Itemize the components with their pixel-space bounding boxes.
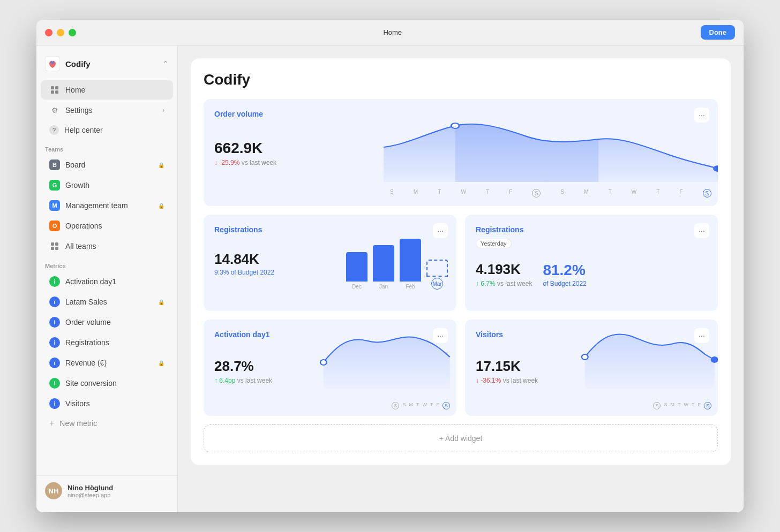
sidebar-item-management[interactable]: M Management team 🔒 [41, 196, 173, 215]
registrations-yesterday-value: 4.193K [476, 261, 532, 278]
settings-icon: ⚙ [49, 105, 60, 116]
revenue-metric-label: Revenue (€) [65, 359, 156, 367]
bar-chart: Dec Jan Feb [346, 225, 448, 290]
svg-rect-3 [51, 90, 54, 94]
latam-metric-icon: i [49, 297, 60, 307]
revenue-lock-icon: 🔒 [158, 360, 164, 366]
management-lock-icon: 🔒 [158, 203, 164, 209]
site-conversion-metric-icon: i [49, 378, 60, 389]
order-volume-widget: Order volume 662.9K ↓ -25.9% vs last wee… [204, 99, 718, 206]
svg-rect-1 [51, 86, 54, 89]
bar-mar: Mar [426, 260, 448, 290]
management-team-icon: M [49, 200, 60, 211]
svg-rect-7 [51, 247, 54, 250]
board-lock-icon: 🔒 [158, 162, 164, 168]
activation-metric-label: Activation day1 [65, 277, 164, 286]
brand-logo [45, 56, 60, 71]
order-volume-chart [384, 99, 718, 182]
svg-rect-8 [55, 247, 58, 250]
titlebar: Home Done [36, 20, 744, 45]
sidebar-item-home[interactable]: Home [41, 80, 173, 100]
app-window: Home Done Codify ⌃ [36, 20, 744, 512]
sidebar-metric-revenue[interactable]: i Revenue (€) 🔒 [41, 353, 173, 373]
all-teams-icon [49, 241, 60, 252]
sidebar-item-settings[interactable]: ⚙ Settings › [41, 101, 173, 120]
visitors-widget: Visitors 17.15K ↓ -36.1% vs last week ··… [465, 320, 718, 416]
sidebar-metric-activation[interactable]: i Activation day1 [41, 272, 173, 291]
sidebar-item-growth[interactable]: G Growth [41, 176, 173, 195]
registrations-yesterday-title: Registrations [476, 225, 707, 234]
svg-rect-2 [55, 86, 58, 89]
sidebar-metric-registrations[interactable]: i Registrations [41, 333, 173, 352]
registrations-yesterday-budget: of Budget 2022 [543, 280, 586, 287]
done-button[interactable]: Done [701, 25, 736, 40]
window-title: Home [85, 28, 701, 36]
registrations-yesterday-change: ↑ 6.7% vs last week [476, 280, 532, 287]
order-volume-metric-icon: i [49, 317, 60, 328]
visitors-xaxis: S S M T W T F S [465, 402, 718, 409]
operations-team-icon: O [49, 221, 60, 231]
board-team-icon: B [49, 159, 60, 170]
user-email: nino@steep.app [68, 492, 113, 498]
all-teams-label: All teams [65, 242, 164, 250]
registrations-yesterday-menu-button[interactable]: ··· [694, 223, 709, 238]
bottom-row: Activation day1 28.7% ↑ 6.4pp vs last we… [204, 320, 718, 416]
traffic-lights [45, 29, 76, 36]
registrations-metric-icon: i [49, 337, 60, 348]
sidebar-item-operations[interactable]: O Operations [41, 216, 173, 235]
user-info: Nino Höglund nino@steep.app [68, 484, 113, 498]
activation-xaxis: S S M T W T F S [204, 402, 456, 409]
sidebar-item-all-teams[interactable]: All teams [41, 237, 173, 256]
visitors-metric-label: Visitors [65, 399, 164, 408]
activation-chart [317, 320, 456, 389]
svg-rect-5 [51, 242, 54, 246]
new-metric-item[interactable]: + New metric [41, 414, 173, 432]
svg-point-12 [582, 354, 588, 360]
add-widget-button[interactable]: + Add widget [204, 424, 718, 452]
brand-selector[interactable]: Codify ⌃ [36, 52, 177, 75]
sidebar-metric-site-conversion[interactable]: i Site conversion [41, 374, 173, 393]
dashboard-card: Codify Order volume 662.9K ↓ -25.9% vs l… [191, 58, 731, 465]
bar-feb-bar [400, 239, 421, 282]
help-icon: ? [49, 125, 59, 135]
close-button[interactable] [45, 29, 52, 36]
growth-team-label: Growth [65, 181, 164, 189]
sidebar-metric-visitors[interactable]: i Visitors [41, 394, 173, 413]
growth-team-icon: G [49, 180, 60, 191]
yesterday-tag: Yesterday [476, 239, 512, 248]
sidebar-home-label: Home [65, 86, 164, 94]
sidebar-item-help[interactable]: ? Help center [41, 121, 173, 139]
management-team-label: Management team [65, 201, 156, 210]
sidebar-metric-latam[interactable]: i Latam Sales 🔒 [41, 292, 173, 311]
sidebar-metric-order-volume[interactable]: i Order volume [41, 313, 173, 332]
metrics-section-header: Metrics [36, 256, 177, 271]
revenue-metric-icon: i [49, 358, 60, 368]
main-content: Codify Order volume 662.9K ↓ -25.9% vs l… [178, 45, 744, 512]
registrations-metric-label: Registrations [65, 338, 164, 347]
board-team-label: Board [65, 161, 156, 169]
sidebar-item-board[interactable]: B Board 🔒 [41, 155, 173, 174]
brand-chevron-icon: ⌃ [162, 59, 169, 68]
bar-mar-bar [426, 260, 448, 277]
latam-metric-label: Latam Sales [65, 298, 156, 306]
registrations-bar-widget: Registrations 14.84K 9.3% of Budget 2022… [204, 215, 456, 311]
user-profile[interactable]: NH Nino Höglund nino@steep.app [36, 475, 177, 506]
svg-point-9 [451, 123, 459, 128]
minimize-button[interactable] [57, 29, 64, 36]
svg-point-11 [320, 360, 327, 365]
registrations-yesterday-percent: 81.2% [543, 262, 586, 279]
home-icon [49, 85, 60, 95]
registrations-yesterday-widget: Registrations Yesterday 4.193K ↑ 6.7% vs… [465, 215, 718, 311]
registrations-yesterday-values: 4.193K ↑ 6.7% vs last week 81.2% of Budg… [476, 257, 707, 287]
sidebar-help-label: Help center [64, 126, 164, 134]
visitors-chart [579, 320, 718, 389]
svg-rect-6 [55, 242, 58, 246]
order-volume-metric-label: Order volume [65, 318, 164, 326]
svg-rect-4 [55, 90, 58, 94]
bar-jan: Jan [373, 245, 394, 290]
new-metric-label: New metric [59, 419, 97, 428]
add-widget-label: + Add widget [439, 434, 483, 443]
activation-metric-icon: i [49, 276, 60, 287]
maximize-button[interactable] [69, 29, 76, 36]
bar-jan-bar [373, 245, 394, 282]
